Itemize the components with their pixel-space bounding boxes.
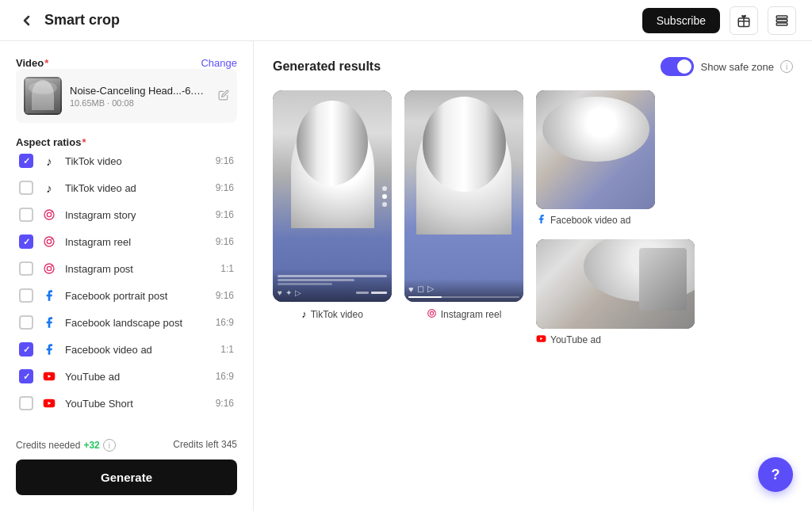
checkbox-facebook-portrait[interactable] <box>19 288 33 303</box>
aspect-ratio-facebook-video-ad: 1:1 <box>220 344 234 355</box>
aspect-ratios-section: Aspect ratios* ♪ TikTok video 9:16 ♪ Ti <box>16 135 237 416</box>
checkbox-tiktok-video-ad[interactable] <box>19 181 33 195</box>
checkbox-facebook-video-ad[interactable] <box>19 342 33 357</box>
header: Smart crop Subscribe <box>0 0 812 41</box>
checkbox-instagram-story[interactable] <box>19 208 33 222</box>
svg-rect-3 <box>776 23 787 25</box>
aspect-name-tiktok-video: TikTok video <box>65 155 208 167</box>
aspect-name-youtube-short: YouTube Short <box>65 398 208 410</box>
aspect-item-facebook-video-ad[interactable]: Facebook video ad 1:1 <box>16 337 237 362</box>
aspect-name-youtube-ad: YouTube ad <box>65 371 208 383</box>
help-button[interactable]: ? <box>758 457 793 492</box>
results-grid: ♥ ✦ ▷ <box>273 90 793 346</box>
edit-video-icon[interactable] <box>218 90 229 103</box>
safe-zone-label: Show safe zone <box>700 61 774 73</box>
subscribe-button[interactable]: Subscribe <box>642 8 720 33</box>
checkbox-facebook-landscape[interactable] <box>19 315 33 330</box>
aspect-ratio-instagram-post: 1:1 <box>220 263 234 274</box>
credits-info-icon[interactable]: i <box>103 439 116 452</box>
facebook-preview-icon <box>536 214 546 227</box>
safe-zone-toggle[interactable] <box>661 57 694 76</box>
header-actions: Subscribe <box>642 6 796 35</box>
credits-left: Credits left 345 <box>173 439 237 452</box>
youtube-short-icon <box>41 395 57 411</box>
aspect-list: ♪ TikTok video 9:16 ♪ TikTok video ad 9:… <box>16 148 237 416</box>
tiktok-preview-icon: ♪ <box>301 308 307 320</box>
generate-button[interactable]: Generate <box>16 460 237 495</box>
aspect-item-instagram-story[interactable]: Instagram story 9:16 <box>16 202 237 227</box>
video-label: Video* <box>16 57 48 69</box>
aspect-item-youtube-short[interactable]: YouTube Short 9:16 <box>16 391 237 416</box>
svg-point-15 <box>427 310 435 318</box>
svg-point-6 <box>52 212 53 213</box>
checkbox-tiktok-video[interactable] <box>19 154 33 168</box>
aspect-item-facebook-landscape[interactable]: Facebook landscape post 16:9 <box>16 310 237 335</box>
aspect-item-facebook-portrait[interactable]: Facebook portrait post 9:16 <box>16 283 237 308</box>
preview-square-facebook[interactable] <box>536 90 655 209</box>
results-title: Generated results <box>273 59 381 74</box>
aspect-item-instagram-reel[interactable]: Instagram reel 9:16 <box>16 229 237 254</box>
results-header: Generated results Show safe zone i <box>273 57 793 76</box>
aspect-ratio-facebook-portrait: 9:16 <box>216 290 234 301</box>
checkbox-instagram-reel[interactable] <box>19 235 33 249</box>
instagram-reel-preview-icon <box>427 308 437 321</box>
aspect-name-instagram-post: Instagram post <box>65 263 213 275</box>
aspect-item-tiktok-video-ad[interactable]: ♪ TikTok video ad 9:16 <box>16 175 237 200</box>
svg-rect-2 <box>776 19 787 21</box>
right-panel: Generated results Show safe zone i <box>254 41 812 511</box>
facebook-video-ad-icon <box>41 341 57 357</box>
preview-label-tiktok: ♪ TikTok video <box>301 308 363 320</box>
help-icon: ? <box>772 467 780 483</box>
tiktok-ad-icon: ♪ <box>41 180 57 196</box>
svg-point-7 <box>44 237 54 246</box>
aspect-ratio-youtube-ad: 16:9 <box>216 371 234 382</box>
aspect-ratio-facebook-landscape: 16:9 <box>216 317 234 328</box>
video-section: Video* Change Noise-Cancel <box>16 57 237 123</box>
safe-zone-info-icon[interactable]: i <box>780 60 793 73</box>
aspect-ratio-tiktok-video-ad: 9:16 <box>216 182 234 193</box>
gift-icon-button[interactable] <box>730 6 758 35</box>
aspect-item-tiktok-video[interactable]: ♪ TikTok video 9:16 <box>16 148 237 174</box>
video-header: Video* Change <box>16 57 237 69</box>
facebook-portrait-icon <box>41 288 57 303</box>
change-button[interactable]: Change <box>201 57 237 69</box>
aspect-item-instagram-post[interactable]: Instagram post 1:1 <box>16 256 237 281</box>
video-info: Noise-Canceling Head...-6.mp4 10.65MB · … <box>70 85 210 108</box>
preview-tall-tiktok[interactable]: ♥ ✦ ▷ <box>273 90 392 302</box>
preview-card-facebook-video-ad: Facebook video ad <box>536 90 695 227</box>
svg-point-10 <box>44 264 54 273</box>
video-meta: 10.65MB · 00:08 <box>70 98 210 108</box>
aspect-ratios-label: Aspect ratios* <box>16 136 86 148</box>
youtube-preview-icon <box>536 334 546 346</box>
aspect-name-instagram-story: Instagram story <box>65 209 208 221</box>
preview-label-instagram-reel: Instagram reel <box>427 308 502 321</box>
tiktok-icon: ♪ <box>41 153 57 169</box>
history-icon-button[interactable] <box>768 6 796 35</box>
checkbox-youtube-short[interactable] <box>19 396 33 410</box>
preview-tall-instagram-reel[interactable]: ♥ ◻ ▷ <box>404 90 523 302</box>
back-button[interactable] <box>16 10 38 32</box>
preview-wide-youtube[interactable] <box>536 239 695 329</box>
small-cards-col: Facebook video ad <box>536 90 695 346</box>
safe-zone-toggle-row: Show safe zone i <box>661 57 793 76</box>
checkbox-youtube-ad[interactable] <box>19 369 33 383</box>
aspect-item-youtube-ad[interactable]: YouTube ad 16:9 <box>16 364 237 389</box>
preview-card-tiktok: ♥ ✦ ▷ <box>273 90 392 346</box>
svg-point-17 <box>433 311 434 311</box>
preview-label-youtube-ad: YouTube ad <box>536 334 695 346</box>
progress-dots-tiktok <box>382 186 387 207</box>
aspect-name-facebook-landscape: Facebook landscape post <box>65 317 208 329</box>
youtube-ad-icon <box>41 368 57 384</box>
aspect-name-instagram-reel: Instagram reel <box>65 236 208 248</box>
left-footer: Credits needed +32 i Credits left 345 Ge… <box>16 439 237 495</box>
aspect-name-facebook-portrait: Facebook portrait post <box>65 290 208 302</box>
instagram-reel-icon <box>41 234 57 250</box>
svg-point-9 <box>52 238 53 240</box>
main-content: Video* Change Noise-Cancel <box>0 41 812 511</box>
aspect-ratio-instagram-story: 9:16 <box>216 209 234 220</box>
video-filename: Noise-Canceling Head...-6.mp4 <box>70 85 210 97</box>
svg-point-8 <box>47 239 51 243</box>
checkbox-instagram-post[interactable] <box>19 261 33 276</box>
preview-label-facebook-video-ad: Facebook video ad <box>536 214 695 227</box>
instagram-post-icon <box>41 261 57 276</box>
